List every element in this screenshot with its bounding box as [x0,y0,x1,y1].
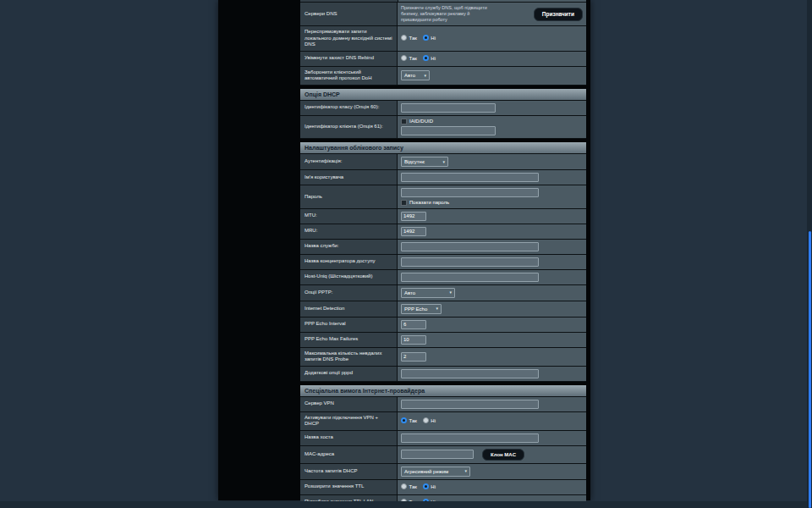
username-label: Ім'я користувача [300,170,398,185]
scrollbar-thumb[interactable] [809,231,811,508]
dhcp-query-frequency-label-text: Частота запитів DHCP [304,468,358,475]
doh-block-select[interactable]: Авто▾ [401,70,430,80]
assign-button[interactable]: Призначити [534,8,583,21]
ac-name-input[interactable] [401,257,539,267]
row-host-name: Назва хоста [300,431,586,446]
doh-block-selected-value: Авто [404,73,415,78]
extend-ttl-label-text: Розширити значення TTL [304,483,364,490]
host-uniq-input[interactable] [401,273,539,282]
auth-select[interactable]: Відсутнє▾ [401,157,448,167]
mtu-input[interactable] [401,212,426,221]
router-settings-page: { "colors": { "accent_blue": "#2f8df2", … [0,0,812,508]
mtu-label: MTU: [300,209,398,224]
internet-detection-value: PPP Echo▾ [398,301,586,317]
dhcp-query-frequency-select[interactable]: Агресивний режим▾ [401,467,470,477]
vpn-dhcp-label-text: Активувати підключення VPN + DHCP [304,415,393,428]
username-value [398,170,586,185]
mac-address-value: Клон MAC [398,446,586,463]
mac-address-input[interactable] [401,450,474,459]
show-password-checkbox[interactable] [401,200,407,206]
dhcp-query-frequency-selected-value: Агресивний режим [404,469,448,474]
mru-input[interactable] [401,227,426,236]
form-sections: Сервери DNSПризначте службу DNS, щоб під… [300,3,586,508]
vpn-dhcp-radio-label-1: Ні [431,418,436,423]
footer-strip [0,501,812,508]
dns-redirect-local-radio-yes[interactable]: Так [401,35,417,41]
row-pppd-options: Додаткові опції pppd [300,367,586,382]
section-isp-special: Спеціальна вимога Інтернет-провайдераСер… [300,385,586,508]
host-name-input[interactable] [401,433,539,443]
dhcp-query-frequency-value: Агресивний режим▾ [398,464,586,479]
vpn-server-input[interactable] [401,400,539,409]
vpn-dhcp-radio-no[interactable]: Ні [423,417,436,423]
service-name-input[interactable] [401,242,539,251]
ppp-echo-max-failures-input[interactable] [401,335,426,345]
pppd-options-input[interactable] [401,369,539,378]
row-username: Ім'я користувача [300,170,586,185]
dhcp-query-frequency-label: Частота запитів DHCP [300,464,398,479]
dns-probe-max-failures-input[interactable] [401,352,426,362]
auth-value: Відсутнє▾ [398,154,586,169]
clone-mac-button[interactable]: Клон MAC [482,449,524,461]
pptp-options-value: Авто▾ [398,285,586,301]
dns-rebind-protect-radio-no[interactable]: Ні [423,55,436,61]
pptp-options-label-text: Опції PPTP: [304,290,332,296]
internet-detection-select[interactable]: PPP Echo▾ [401,304,442,314]
dns-servers-label-text: Сервери DNS [304,11,337,18]
password-label: Пароль [300,185,398,208]
dhcp-class-id-input[interactable] [401,103,496,113]
password-checkbox-line: Показати пароль [401,200,449,206]
password-input[interactable] [401,188,539,197]
ppp-echo-interval-label: PPP Echo Interval [300,318,398,332]
dhcp-option-header: Опція DHCP [300,89,586,101]
mtu-label-text: MTU: [304,213,317,219]
row-mru: MRU: [300,224,586,240]
row-dhcp-query-frequency: Частота запитів DHCPАгресивний режим▾ [300,464,586,480]
extend-ttl-radio-yes[interactable]: Так [401,483,417,489]
dns-rebind-protect-radio-label-0: Так [409,56,417,61]
vpn-dhcp-label: Активувати підключення VPN + DHCP [300,412,398,430]
pptp-options-select[interactable]: Авто▾ [401,288,455,298]
pptp-options-selected-value: Авто [404,290,415,295]
ac-name-label: Назва концентратора доступу [300,255,398,269]
extend-ttl-radio-no[interactable]: Ні [423,483,436,489]
dns-servers-label: Сервери DNS [300,3,398,25]
dns-redirect-local-radio-label-0: Так [409,36,417,41]
vpn-dhcp-radio-group: ТакНі [401,417,442,424]
vpn-dhcp-radio-yes[interactable]: Так [401,417,417,423]
row-vpn-server: Сервер VPN [300,397,586,412]
host-name-label: Назва хоста [300,431,398,445]
vpn-server-label: Сервер VPN [300,397,398,411]
dhcp-client-id-input[interactable] [401,126,496,135]
host-uniq-value [398,270,586,284]
dns-redirect-local-radio-no[interactable]: Ні [423,35,436,41]
pppd-options-label: Додаткові опції pppd [300,367,398,381]
chevron-down-icon: ▾ [464,469,467,473]
vpn-server-label-text: Сервер VPN [304,400,334,407]
content-panel: Сервери DNSПризначте службу DNS, щоб під… [218,0,590,500]
extend-ttl-radio-group: ТакНі [401,483,442,490]
dns-rebind-protect-radio-yes[interactable]: Так [401,55,417,61]
dns-rebind-protect-label-text: Увімкнути захист DNS Rebind [304,55,374,62]
password-group: Показати пароль [401,188,583,206]
row-doh-block: Заборонити клієнтський автоматичний прот… [300,67,586,86]
pppd-options-label-text: Додаткові опції pppd [304,370,353,377]
dns-rebind-protect-value: ТакНі [398,52,586,66]
row-dns-servers: Сервери DNSПризначте службу DNS, щоб під… [300,3,586,26]
row-dhcp-client-id: Ідентифікатор клієнта (Опція 61):IAID/DU… [300,116,586,140]
dhcp-class-id-value [398,101,586,115]
isp-special-header: Спеціальна вимога Інтернет-провайдера [300,385,586,397]
service-name-value [398,240,586,254]
row-internet-detection: Internet DetectionPPP Echo▾ [300,301,586,318]
service-name-label: Назва служби: [300,240,398,254]
dhcp-client-id-group: IAID/DUID [401,119,583,136]
password-checkbox-label: Показати пароль [409,200,449,205]
row-extend-ttl: Розширити значення TTLТакНі [300,480,586,495]
radio-icon [423,35,429,41]
auth-label: Аутентифікація: [300,154,398,169]
row-password: ПарольПоказати пароль [300,185,586,209]
ppp-echo-interval-input[interactable] [401,320,426,329]
row-dns-redirect-local: Переспрямовувати запити локального домен… [300,26,586,52]
iaid-duid-checkbox[interactable] [401,119,407,124]
username-input[interactable] [401,173,539,182]
